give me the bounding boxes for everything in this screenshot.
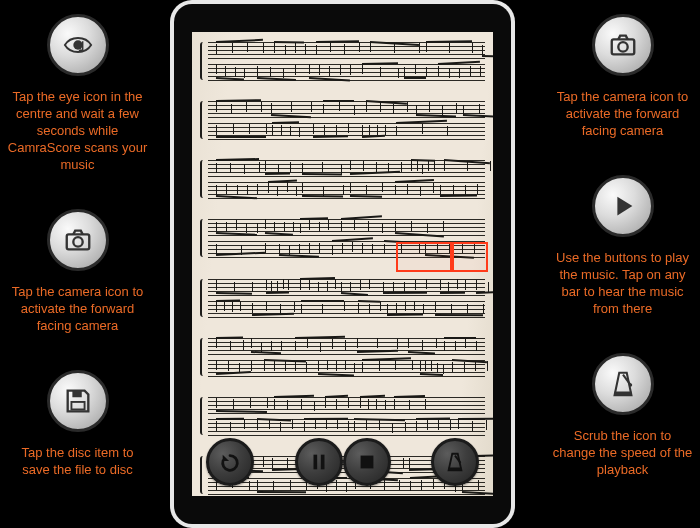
svg-rect-4 [449, 468, 462, 471]
playback-controls [192, 438, 493, 486]
camera-icon [592, 14, 654, 76]
pause-icon [308, 451, 330, 473]
staff-system[interactable] [204, 279, 485, 317]
instruction-text: Tap the camera icon to activate the forw… [0, 283, 155, 334]
play-icon [592, 175, 654, 237]
metronome-icon [592, 353, 654, 415]
undo-icon [219, 451, 241, 473]
disc-icon [47, 370, 109, 432]
svg-rect-2 [360, 456, 373, 469]
tablet-screen [192, 32, 493, 496]
svg-rect-10 [71, 402, 84, 410]
undo-button[interactable] [206, 438, 254, 486]
stop-icon [356, 451, 378, 473]
metronome-button[interactable] [431, 438, 479, 486]
stop-button[interactable] [343, 438, 391, 486]
instruction-text: Tap the eye icon in the centre and wait … [0, 88, 155, 173]
instructions-left: Tap the eye icon in the centre and wait … [0, 14, 155, 478]
highlighted-bar[interactable] [452, 242, 488, 272]
camera-icon [47, 209, 109, 271]
svg-point-12 [618, 42, 627, 51]
svg-rect-9 [72, 391, 81, 398]
svg-rect-15 [614, 392, 631, 396]
tablet-outer-bezel [170, 0, 515, 528]
eye-icon [47, 14, 109, 76]
staff-system[interactable] [204, 42, 485, 80]
instruction-text: Scrub the icon to change the speed of th… [545, 427, 700, 478]
staff-system[interactable] [204, 338, 485, 376]
instruction-text: Use the buttons to play the music. Tap o… [545, 249, 700, 317]
instructions-right: Tap the camera icon to activate the forw… [545, 14, 700, 478]
staff-system[interactable] [204, 397, 485, 435]
svg-point-5 [73, 40, 82, 49]
metronome-icon [444, 451, 466, 473]
tablet-inner-bezel [174, 4, 511, 524]
svg-rect-1 [320, 455, 324, 470]
svg-rect-0 [313, 455, 317, 470]
svg-point-14 [628, 383, 631, 386]
staff-system[interactable] [204, 160, 485, 198]
instruction-text: Tap the disc item to save the file to di… [0, 444, 155, 478]
instruction-text: Tap the camera icon to activate the forw… [545, 88, 700, 139]
staff-system[interactable] [204, 101, 485, 139]
pause-button[interactable] [295, 438, 343, 486]
svg-point-8 [73, 237, 82, 246]
highlighted-bar[interactable] [396, 242, 452, 272]
